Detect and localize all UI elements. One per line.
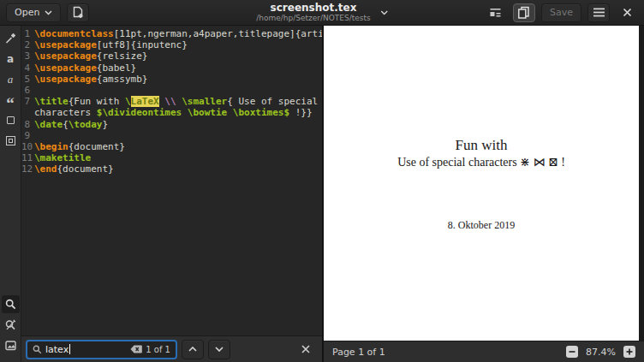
code-text: \documentclass[11pt,ngerman,a4paper,titl… bbox=[34, 28, 322, 39]
zoom-in-button[interactable] bbox=[623, 346, 635, 358]
code-text: \maketitle bbox=[34, 152, 91, 163]
line-number: 10 bbox=[21, 141, 34, 152]
find-bar: latex 1 of 1 bbox=[21, 335, 322, 362]
code-line: 12\end{document} bbox=[21, 163, 322, 175]
pdf-page-area[interactable]: Fun with Use of special characters ⋇ ⋈ ⊠… bbox=[324, 26, 644, 341]
find-next-button[interactable] bbox=[208, 340, 230, 359]
chevron-down-icon bbox=[45, 10, 52, 15]
clear-search-icon[interactable] bbox=[130, 345, 142, 353]
search-toggle-button[interactable] bbox=[2, 295, 20, 313]
code-line: 11\maketitle bbox=[21, 152, 322, 163]
symbols-sidebar: a a “ bbox=[0, 26, 21, 362]
code-line: characters $\divideontimes \bowtie \boxt… bbox=[21, 107, 322, 118]
zoom-controls: 87.4% bbox=[566, 346, 635, 358]
title-chevron-down-icon bbox=[380, 9, 388, 15]
code-line: 1\documentclass[11pt,ngerman,a4paper,tit… bbox=[21, 28, 322, 39]
code-line: 7\title{Fun with \LaTeX \\ \smaller{ Use… bbox=[21, 96, 322, 107]
code-text: \begin{document} bbox=[34, 141, 125, 152]
code-line: 3\usepackage{relsize} bbox=[21, 50, 322, 62]
line-number: 8 bbox=[21, 119, 34, 130]
save-button-label: Save bbox=[550, 7, 573, 18]
code-line: 8\date{\today} bbox=[21, 119, 322, 130]
preview-status-bar: Page 1 of 1 87.4% bbox=[324, 341, 644, 362]
line-number: 11 bbox=[21, 152, 34, 163]
pdf-title-text: Fun with bbox=[324, 137, 639, 154]
code-line: 9 bbox=[21, 130, 322, 141]
zoom-out-button[interactable] bbox=[566, 346, 578, 358]
line-number: 2 bbox=[21, 39, 34, 50]
text-bold-a-icon[interactable]: a bbox=[2, 50, 20, 68]
new-document-icon bbox=[72, 6, 84, 19]
new-document-button[interactable] bbox=[67, 3, 89, 22]
window-close-button[interactable] bbox=[616, 3, 638, 22]
text-italic-a-icon[interactable]: a bbox=[2, 70, 20, 88]
menu-button[interactable] bbox=[587, 3, 610, 22]
line-number: 5 bbox=[21, 74, 34, 85]
save-button[interactable]: Save bbox=[541, 3, 581, 22]
structure-icon bbox=[489, 6, 502, 19]
open-button-label: Open bbox=[15, 7, 39, 18]
image-icon bbox=[5, 341, 16, 351]
document-structure-toggle-button[interactable] bbox=[485, 3, 507, 22]
square-symbol-icon[interactable] bbox=[2, 111, 20, 129]
line-number: 12 bbox=[21, 163, 34, 175]
document-path: /home/hp/Setzer/NOTES/tests bbox=[256, 14, 371, 22]
line-number: 9 bbox=[21, 130, 34, 141]
search-icon bbox=[5, 299, 16, 310]
line-number: 6 bbox=[21, 85, 34, 96]
code-line: 2\usepackage[utf8]{inputenc} bbox=[21, 39, 322, 50]
preview-toggle-button[interactable] bbox=[513, 3, 535, 22]
entry-search-icon bbox=[33, 345, 42, 354]
find-replace-button[interactable] bbox=[2, 316, 20, 334]
pdf-subtitle-text: Use of special characters ⋇ ⋈ ⊠ ! bbox=[324, 155, 639, 169]
header-bar: Open screenshot.tex /home/hp/Setzer/NOTE… bbox=[0, 0, 644, 26]
hamburger-menu-icon bbox=[593, 8, 605, 17]
pdf-preview-column: Fun with Use of special characters ⋇ ⋈ ⊠… bbox=[324, 26, 644, 362]
code-text: characters $\divideontimes \bowtie \boxt… bbox=[34, 107, 313, 118]
image-panel-button[interactable] bbox=[2, 336, 20, 354]
frame-symbol-icon[interactable] bbox=[2, 132, 20, 150]
code-text: \date{\today} bbox=[34, 119, 108, 130]
open-button[interactable]: Open bbox=[6, 3, 61, 22]
line-number: 7 bbox=[21, 96, 34, 107]
header-right-group: Save bbox=[485, 3, 638, 22]
code-line: 10\begin{document} bbox=[21, 141, 322, 152]
match-count: 1 of 1 bbox=[146, 345, 170, 354]
code-text: \end{document} bbox=[34, 163, 114, 175]
editor-column: 1\documentclass[11pt,ngerman,a4paper,tit… bbox=[21, 26, 322, 362]
main-body: a a “ bbox=[0, 26, 644, 362]
pdf-date-text: 8. Oktober 2019 bbox=[324, 219, 639, 232]
line-number: 1 bbox=[21, 28, 34, 39]
quotes-icon[interactable]: “ bbox=[2, 91, 20, 109]
page-status: Page 1 of 1 bbox=[332, 347, 385, 358]
zoom-level: 87.4% bbox=[586, 347, 616, 358]
code-editor[interactable]: 1\documentclass[11pt,ngerman,a4paper,tit… bbox=[21, 26, 322, 335]
close-icon bbox=[623, 8, 632, 17]
window-title-area[interactable]: screenshot.tex /home/hp/Setzer/NOTES/tes… bbox=[256, 2, 388, 22]
find-replace-icon bbox=[5, 319, 16, 330]
wizard-icon[interactable] bbox=[2, 29, 20, 47]
code-text: \title{Fun with \LaTeX \\ \smaller{ Use … bbox=[34, 96, 318, 107]
find-previous-button[interactable] bbox=[182, 340, 204, 359]
code-text: \usepackage{relsize} bbox=[34, 50, 147, 62]
code-line: 4\usepackage{babel} bbox=[21, 62, 322, 74]
preview-pages-icon bbox=[517, 6, 530, 19]
code-lines: 1\documentclass[11pt,ngerman,a4paper,tit… bbox=[21, 28, 322, 175]
search-input[interactable]: latex 1 of 1 bbox=[26, 340, 177, 359]
search-query-text: latex bbox=[45, 344, 69, 355]
pdf-page: Fun with Use of special characters ⋇ ⋈ ⊠… bbox=[324, 26, 639, 341]
code-text: \usepackage[utf8]{inputenc} bbox=[34, 39, 188, 50]
code-text: \usepackage{babel} bbox=[34, 62, 136, 74]
setzer-window: Open screenshot.tex /home/hp/Setzer/NOTE… bbox=[0, 0, 644, 362]
line-number: 3 bbox=[21, 50, 34, 62]
code-line: 6 bbox=[21, 85, 322, 96]
text-caret bbox=[69, 344, 70, 354]
code-text: \usepackage{amssymb} bbox=[34, 74, 147, 85]
code-line: 5\usepackage{amssymb} bbox=[21, 74, 322, 85]
close-find-bar-button[interactable] bbox=[297, 341, 314, 358]
document-title: screenshot.tex bbox=[271, 2, 357, 14]
line-number: 4 bbox=[21, 62, 34, 74]
line-number bbox=[21, 107, 34, 118]
